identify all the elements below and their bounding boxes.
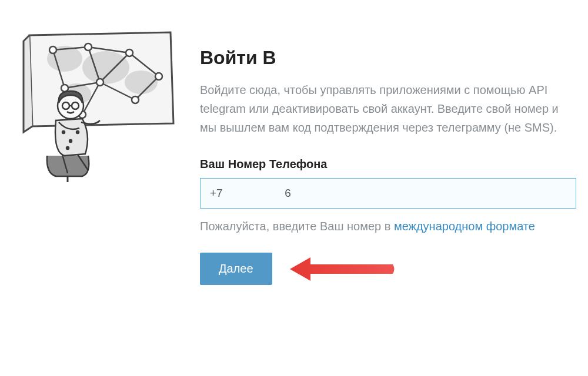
login-container: Войти В Войдите сюда, чтобы управлять пр… <box>12 18 576 285</box>
svg-point-27 <box>66 147 69 149</box>
button-row: Далее <box>200 253 576 285</box>
helper-text: Пожалуйста, введите Ваш номер в междунар… <box>200 217 576 235</box>
svg-point-15 <box>49 46 56 53</box>
login-description: Войдите сюда, чтобы управлять приложения… <box>200 80 576 137</box>
helper-text-prefix: Пожалуйста, введите Ваш номер в <box>200 220 394 233</box>
page-title: Войти В <box>200 47 576 69</box>
svg-point-16 <box>85 43 92 51</box>
svg-point-18 <box>155 73 162 80</box>
svg-point-25 <box>69 140 72 142</box>
international-format-link[interactable]: международном формате <box>394 220 535 233</box>
svg-point-20 <box>96 79 103 86</box>
svg-point-1 <box>82 51 129 84</box>
svg-point-17 <box>126 49 133 56</box>
phone-input[interactable] <box>200 178 576 209</box>
svg-point-21 <box>132 96 139 103</box>
svg-point-24 <box>62 131 65 133</box>
next-button[interactable]: Далее <box>200 253 272 285</box>
phone-label: Ваш Номер Телефона <box>200 157 576 171</box>
red-arrow-annotation <box>290 254 396 284</box>
login-form: Войти В Войдите сюда, чтобы управлять пр… <box>200 18 576 285</box>
svg-point-26 <box>76 131 79 133</box>
telegram-illustration <box>12 18 176 182</box>
